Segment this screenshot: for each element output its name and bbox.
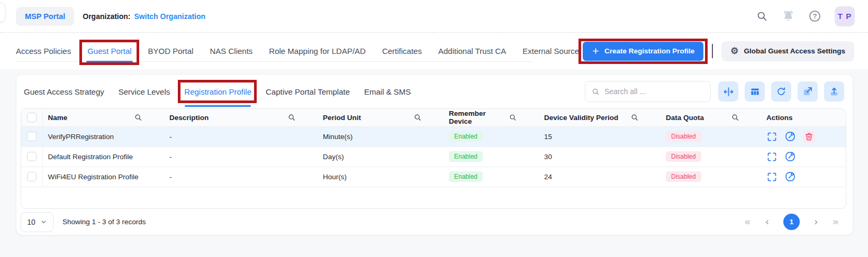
status-badge-enabled: Enabled (449, 151, 483, 162)
edit-icon[interactable] (784, 151, 796, 162)
cell-name: Default Registration Profile (42, 146, 164, 167)
notifications-bell-icon[interactable] (782, 10, 795, 23)
tab-nas-clients[interactable]: NAS Clients (210, 33, 252, 69)
status-badge-enabled: Enabled (449, 171, 483, 182)
cell-description: - (164, 167, 318, 187)
cell-device-validity-period: 24 (539, 167, 661, 187)
gear-icon: ⚙ (730, 47, 738, 56)
subtab-service-levels[interactable]: Service Levels (119, 86, 170, 97)
column-search-icon[interactable] (509, 114, 517, 121)
global-guest-access-settings-button[interactable]: ⚙ Global Guest Access Settings (721, 41, 854, 61)
records-summary: Showing 1 - 3 of 3 records (62, 218, 146, 226)
secondary-tabs: Guest Access Strategy Service Levels Reg… (24, 86, 411, 97)
edit-icon[interactable] (784, 131, 796, 142)
table-row[interactable]: Default Registration Profile - Day(s) En… (21, 146, 846, 167)
main-content: Guest Access Strategy Service Levels Reg… (0, 69, 868, 235)
first-page-icon[interactable]: « (744, 217, 751, 227)
refresh-icon[interactable] (771, 81, 791, 102)
tab-external-source[interactable]: External Source (522, 33, 579, 69)
card-header: Guest Access Strategy Service Levels Reg… (16, 75, 853, 108)
status-badge-disabled: Disabled (666, 151, 701, 162)
header-right-cluster: ? T P (756, 6, 868, 26)
organization-label: Organization: (83, 12, 130, 21)
search-icon (592, 87, 600, 96)
column-search-icon[interactable] (731, 114, 739, 121)
cell-name: VerifyPRRegistration (42, 126, 164, 146)
delete-icon[interactable] (803, 131, 815, 143)
active-subtab-indicator (185, 105, 251, 107)
table-toolbar (718, 81, 844, 102)
sidebar-edge-fragment (0, 3, 5, 22)
export-upload-icon[interactable] (824, 81, 844, 102)
columns-settings-icon[interactable] (745, 81, 765, 102)
tab-access-policies[interactable]: Access Policies (16, 33, 71, 69)
active-tab-indicator (86, 61, 132, 62)
edit-icon[interactable] (784, 171, 796, 182)
search-all-input-box (585, 81, 711, 102)
expand-row-icon[interactable] (766, 131, 777, 142)
vertical-divider (712, 44, 713, 58)
help-icon[interactable]: ? (809, 11, 820, 22)
status-badge-disabled: Disabled (666, 171, 701, 182)
search-all-input[interactable] (604, 87, 704, 96)
tab-byod-portal[interactable]: BYOD Portal (148, 33, 194, 69)
current-page-button[interactable]: 1 (783, 214, 800, 230)
top-header-bar: MSP Portal Organization: Switch Organiza… (0, 0, 868, 33)
column-search-icon[interactable] (288, 114, 295, 121)
tab-role-mapping-ldap-ad[interactable]: Role Mapping for LDAP/AD (269, 33, 366, 69)
tab-additional-trust-ca[interactable]: Additional Trust CA (438, 33, 506, 69)
top-section: MSP Portal Organization: Switch Organiza… (0, 0, 868, 69)
column-header-data-quota: Data Quota (666, 114, 704, 122)
open-external-icon[interactable] (798, 81, 818, 102)
pager-controls: « ‹ 1 › » (744, 214, 839, 230)
cell-description: - (164, 146, 318, 167)
page-size-select[interactable]: 10 (21, 212, 53, 232)
status-badge-disabled: Disabled (666, 131, 701, 142)
column-header-actions: Actions (766, 114, 793, 122)
create-registration-profile-button[interactable]: Create Registration Profile (583, 42, 703, 61)
row-checkbox[interactable] (27, 152, 37, 161)
last-page-icon[interactable]: » (833, 217, 839, 227)
cell-description: - (164, 126, 318, 146)
column-header-device-validity-period: Device Validity Period (544, 114, 618, 122)
cell-device-validity-period: 30 (539, 146, 661, 167)
status-badge-enabled: Enabled (449, 131, 483, 142)
cell-name: WiFi4EU Registration Profile (42, 167, 164, 187)
select-all-checkbox[interactable] (27, 113, 37, 122)
table-filler-row (21, 187, 846, 208)
column-search-icon[interactable] (631, 114, 638, 121)
search-icon[interactable] (756, 11, 767, 22)
column-header-name: Name (48, 114, 68, 122)
tab-guest-portal[interactable]: Guest Portal (87, 33, 131, 69)
cell-period-unit: Hour(s) (318, 167, 444, 187)
organization-name-link[interactable]: Switch Organization (134, 12, 206, 21)
tab-certificates[interactable]: Certificates (382, 33, 422, 69)
subtab-guest-access-strategy[interactable]: Guest Access Strategy (24, 86, 104, 97)
cell-period-unit: Minute(s) (318, 126, 444, 146)
subtab-email-sms[interactable]: Email & SMS (364, 86, 411, 97)
table-row[interactable]: VerifyPRRegistration - Minute(s) Enabled… (21, 126, 846, 146)
table-row[interactable]: WiFi4EU Registration Profile - Hour(s) E… (21, 167, 846, 187)
column-header-description: Description (169, 114, 209, 122)
column-search-icon[interactable] (414, 114, 421, 121)
msp-portal-button[interactable]: MSP Portal (16, 7, 74, 26)
row-checkbox[interactable] (27, 132, 37, 141)
row-checkbox[interactable] (27, 172, 37, 181)
primary-tab-bar: Access Policies Guest Portal BYOD Portal… (0, 33, 868, 69)
user-avatar[interactable]: T P (835, 6, 855, 26)
expand-row-icon[interactable] (766, 171, 777, 182)
column-search-icon[interactable] (134, 114, 142, 121)
subtab-captive-portal-template[interactable]: Captive Portal Template (266, 86, 350, 97)
plus-icon (592, 47, 600, 55)
expand-row-icon[interactable] (766, 151, 777, 162)
column-header-period-unit: Period Unit (323, 114, 361, 122)
table-header-row: Name Description Period Unit Remember De… (21, 109, 846, 126)
cell-period-unit: Day(s) (318, 146, 444, 167)
primary-tabs: Access Policies Guest Portal BYOD Portal… (0, 33, 579, 69)
next-page-icon[interactable]: › (814, 217, 818, 227)
column-header-remember-device: Remember Device (449, 109, 509, 125)
previous-page-icon[interactable]: ‹ (765, 217, 770, 227)
subtab-registration-profile[interactable]: Registration Profile (184, 86, 251, 97)
column-resize-icon[interactable] (718, 81, 738, 102)
cell-device-validity-period: 15 (539, 126, 661, 146)
